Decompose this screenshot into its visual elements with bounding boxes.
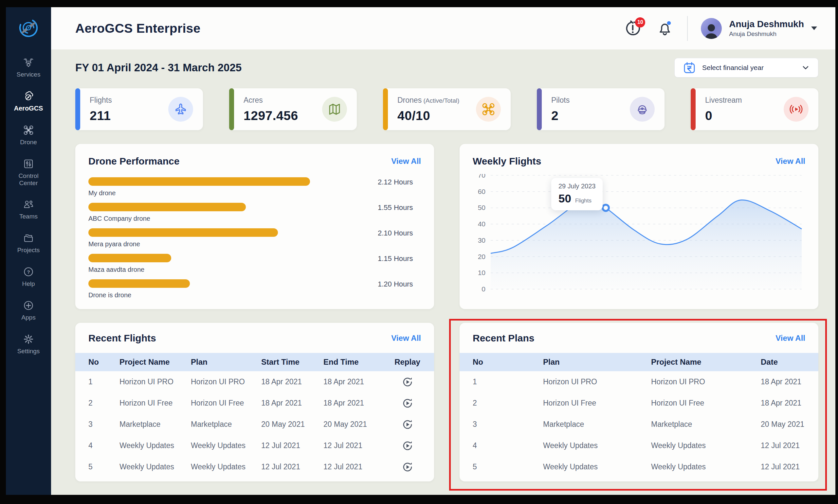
sidebar-nav: ServicesAeroGCSDroneControl CenterTeamsP… [6, 57, 51, 355]
sidebar-item-label: Drone [20, 139, 37, 146]
weekly-flights-panel: Weekly Flights View All 29 July 2023 50 … [459, 144, 818, 309]
replay-icon[interactable] [401, 397, 414, 410]
performance-bar-row: Mera pyara drone2.10 Hours [88, 228, 421, 254]
table-row: 2Horizon UI FreeHorizon UI Free18 Apr 20… [75, 393, 434, 414]
area-fill [491, 198, 802, 289]
sidebar-item-label: Control Center [11, 173, 47, 187]
sidebar: ServicesAeroGCSDroneControl CenterTeamsP… [6, 7, 51, 495]
avatar[interactable] [701, 18, 722, 39]
topbar-divider [687, 16, 688, 41]
stat-card-flights: Flights211 [75, 88, 203, 130]
recent-flights-table-header: NoProject NamePlanStart TimeEnd TimeRepl… [75, 353, 434, 371]
sidebar-item-drone[interactable]: Drone [6, 125, 51, 146]
gear-icon [23, 334, 34, 345]
stat-value: 0 [705, 109, 742, 123]
plus-circle-icon [23, 300, 34, 311]
table-cell: Weekly Updates [543, 441, 651, 450]
dashboard-content: FY 01 April 2024 - 31 March 2025 Select … [51, 50, 835, 495]
alerts-button[interactable]: 10 [624, 20, 641, 37]
table-cell: 18 Apr 2021 [761, 399, 805, 408]
user-subtitle: Anuja Deshmukh [729, 31, 804, 38]
sidebar-item-apps[interactable]: Apps [6, 300, 51, 321]
table-cell: Marketplace [651, 420, 761, 429]
stat-label: Drones (Active/Total) [397, 96, 459, 105]
stat-card-pilots: Pilots2 [537, 88, 664, 130]
performance-bar [88, 203, 246, 211]
table-row: 1Horizon UI PROHorizon UI PRO18 Apr 2021 [459, 371, 818, 393]
recent-plans-panel: Recent Plans View All NoPlanProject Name… [459, 323, 818, 482]
sidebar-item-services[interactable]: Services [6, 57, 51, 78]
stat-label: Flights [90, 96, 112, 105]
sidebar-item-settings[interactable]: Settings [6, 334, 51, 355]
notifications-button[interactable] [656, 20, 673, 37]
area-chart-svg: 706050403020100 [473, 174, 805, 302]
table-cell: Weekly Updates [651, 441, 761, 450]
chevron-down-icon[interactable] [811, 26, 817, 30]
sidebar-item-help[interactable]: ?Help [6, 266, 51, 287]
performance-bar-row: Maza aavdta drone1.15 Hours [88, 254, 421, 279]
table-row: 5Weekly UpdatesWeekly Updates12 Jul 2021… [75, 456, 434, 478]
sidebar-item-aerogcs[interactable]: AeroGCS [6, 91, 51, 112]
plane-icon [168, 97, 193, 122]
column-header-end-time: End Time [324, 358, 394, 367]
table-cell: 3 [88, 420, 120, 429]
app-screen: ServicesAeroGCSDroneControl CenterTeamsP… [6, 7, 835, 495]
stat-card-acres: Acres1297.456 [229, 88, 357, 130]
replay-icon[interactable] [401, 439, 414, 452]
topbar-actions: 10 Anuja Deshmukh [624, 16, 817, 41]
table-cell: 18 Apr 2021 [261, 377, 324, 386]
stat-value: 2 [551, 109, 570, 123]
performance-bar-label: My drone [88, 190, 355, 197]
person-icon [701, 20, 722, 39]
stat-value: 1297.456 [244, 109, 298, 123]
user-block[interactable]: Anuja Deshmukh Anuja Deshmukh [729, 19, 804, 38]
recent-plans-view-all-link[interactable]: View All [775, 334, 805, 343]
teams-icon [23, 199, 34, 210]
tooltip-date: 29 July 2023 [558, 182, 595, 190]
performance-bar [88, 279, 190, 288]
weekly-flights-view-all-link[interactable]: View All [775, 157, 805, 166]
table-cell: Weekly Updates [651, 463, 761, 471]
table-cell: 18 Apr 2021 [761, 377, 805, 386]
recent-plans-title: Recent Plans [473, 332, 534, 344]
y-axis-tick-label: 60 [478, 188, 486, 195]
performance-bar [88, 177, 310, 186]
table-cell: Marketplace [543, 420, 651, 429]
table-cell: 2 [88, 399, 120, 408]
recent-plans-table-header: NoPlanProject NameDate [459, 353, 818, 371]
drone-performance-title: Drone Performance [88, 156, 179, 167]
sidebar-item-teams[interactable]: Teams [6, 199, 51, 220]
table-cell: 18 Apr 2021 [324, 377, 394, 386]
user-name: Anuja Deshmukh [729, 19, 804, 30]
stat-accent-bar [537, 88, 542, 130]
stat-value: 40/10 [397, 109, 459, 123]
sidebar-item-label: AeroGCS [14, 105, 43, 112]
table-cell: 4 [88, 441, 120, 450]
sidebar-item-projects[interactable]: Projects [6, 233, 51, 254]
y-axis-tick-label: 50 [478, 204, 486, 211]
column-header-project-name: Project Name [651, 358, 761, 367]
y-axis-tick-label: 10 [478, 269, 486, 276]
stat-sublabel: (Active/Total) [422, 97, 459, 104]
drone-performance-panel: Drone Performance View All My drone2.12 … [75, 144, 434, 309]
drone-performance-view-all-link[interactable]: View All [391, 157, 421, 166]
aerogcs-logo-icon [16, 16, 40, 40]
recent-flights-view-all-link[interactable]: View All [391, 334, 421, 343]
replay-icon[interactable] [401, 418, 414, 431]
replay-icon[interactable] [401, 461, 414, 473]
financial-year-select-label: Select financial year [702, 64, 764, 72]
sidebar-item-label: Apps [21, 314, 35, 321]
column-header-date: Date [761, 358, 805, 367]
sidebar-item-control-center[interactable]: Control Center [6, 158, 51, 187]
replay-icon[interactable] [401, 376, 414, 388]
table-cell: Horizon UI Free [651, 399, 761, 408]
column-header-project-name: Project Name [120, 358, 191, 367]
svg-text:?: ? [27, 269, 30, 275]
performance-bar [88, 254, 171, 262]
financial-year-select[interactable]: Select financial year [674, 58, 818, 77]
y-axis-tick-label: 70 [478, 174, 486, 179]
charts-row: Drone Performance View All My drone2.12 … [75, 144, 818, 309]
sidebar-item-label: Projects [17, 247, 40, 254]
table-cell: 20 May 2021 [324, 420, 394, 429]
stat-label: Livestream [705, 96, 742, 105]
